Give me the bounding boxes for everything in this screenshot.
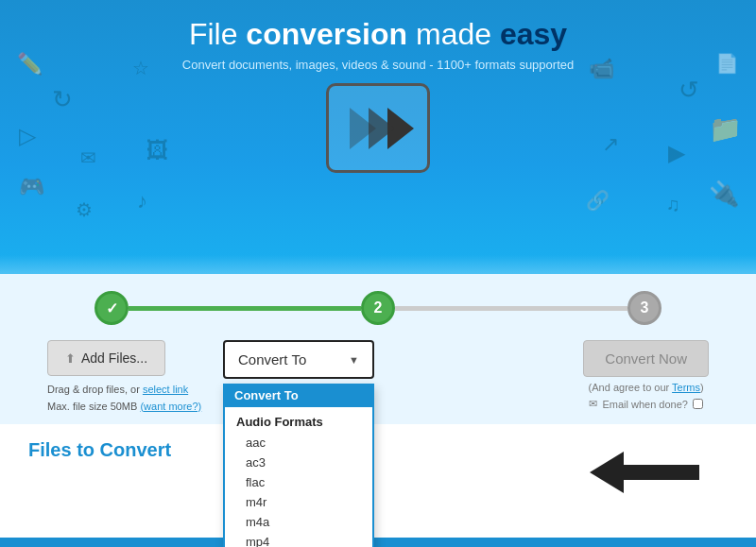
add-files-button[interactable]: ⬆ Add Files... [47, 340, 165, 376]
float-icon-note: ♫ [666, 194, 680, 215]
float-icon-play-right: ▶ [668, 140, 685, 166]
email-row: ✉ Email when done? [589, 398, 703, 410]
float-icon-music: ♪ [137, 189, 147, 214]
email-checkbox[interactable] [693, 399, 703, 409]
dropdown-item-aac[interactable]: aac [225, 433, 372, 453]
add-files-group: ⬆ Add Files... Drag & drop files, or sel… [47, 340, 208, 415]
controls-row: ⬆ Add Files... Drag & drop files, or sel… [47, 340, 709, 424]
step-line-1 [129, 306, 361, 311]
drag-text: Drag & drop files, or select link Max. f… [47, 382, 201, 415]
hero-logo [326, 83, 430, 173]
hero-title: File conversion made easy [189, 17, 567, 52]
float-icon-photo: 🖼 [146, 137, 169, 163]
float-icon-pencil: ✏️ [17, 52, 43, 77]
float-icon-share: ↗ [602, 132, 619, 157]
step-bar: ✓ 2 3 ⬆ Add Files... Drag & drop files, … [0, 274, 756, 424]
dropdown-group-label: Audio Formats [225, 407, 372, 433]
float-icon-video: 📹 [589, 57, 614, 81]
convert-to-select[interactable]: Convert To ▼ [223, 340, 374, 379]
dropdown-header: Convert To [225, 384, 372, 407]
dropdown-item-ac3[interactable]: ac3 [225, 453, 372, 472]
step-3-circle: 3 [627, 291, 662, 325]
step-2-circle: 2 [361, 291, 395, 325]
want-more-link[interactable]: (want more?) [140, 401, 201, 412]
float-icon-triangle: ▷ [19, 123, 36, 149]
float-icon-file-right: 📄 [715, 52, 739, 75]
convert-to-container: Convert To ▼ Convert To Audio Formats aa… [223, 340, 388, 379]
dropdown-item-mp4[interactable]: mp4 [225, 532, 372, 547]
convert-now-button[interactable]: Convert Now [583, 340, 709, 377]
arrow-head-icon [590, 452, 624, 493]
terms-link[interactable]: Terms [672, 382, 700, 393]
float-icon-star: ☆ [132, 57, 149, 79]
convert-now-group: Convert Now (And agree to our Terms) ✉ E… [583, 340, 709, 410]
select-link[interactable]: select link [143, 384, 188, 395]
terms-text: (And agree to our Terms) [589, 382, 704, 393]
step-line-2 [395, 306, 627, 311]
float-icon-usb: 🔌 [709, 179, 739, 209]
dropdown-item-flac[interactable]: flac [225, 472, 372, 492]
float-icon-gamepad: 🎮 [19, 175, 44, 199]
float-icon-envelope: ✉ [80, 146, 96, 169]
float-icon-circle-arrows: ↻ [52, 85, 73, 114]
float-icon-folder: 📁 [709, 113, 742, 145]
hero-subtitle: Convert documents, images, videos & soun… [182, 58, 574, 72]
dropdown-item-m4a[interactable]: m4a [225, 512, 372, 532]
email-icon: ✉ [589, 398, 597, 410]
dropdown-item-m4r[interactable]: m4r [225, 492, 372, 512]
dropdown-arrow-icon: ▼ [349, 354, 359, 366]
float-icon-gear: ⚙ [76, 198, 93, 221]
steps-row: ✓ 2 3 [94, 291, 662, 325]
hero-section: ✏️ ↻ ▷ ✉ 🎮 ⚙ ☆ 🖼 ♪ 📄 ↺ 📁 ▶ 🔌 ♫ 📹 ↗ 🔗 Fil… [0, 0, 756, 274]
arrow-body-icon [624, 465, 699, 480]
upload-icon: ⬆ [65, 351, 76, 366]
step-1-circle: ✓ [94, 291, 129, 325]
dropdown-panel: Convert To Audio Formats aac ac3 flac m4… [223, 384, 374, 547]
big-arrow [590, 452, 699, 493]
float-icon-link: 🔗 [586, 189, 610, 212]
play-arrows-icon [350, 108, 406, 149]
float-icon-refresh-right: ↺ [679, 76, 699, 105]
